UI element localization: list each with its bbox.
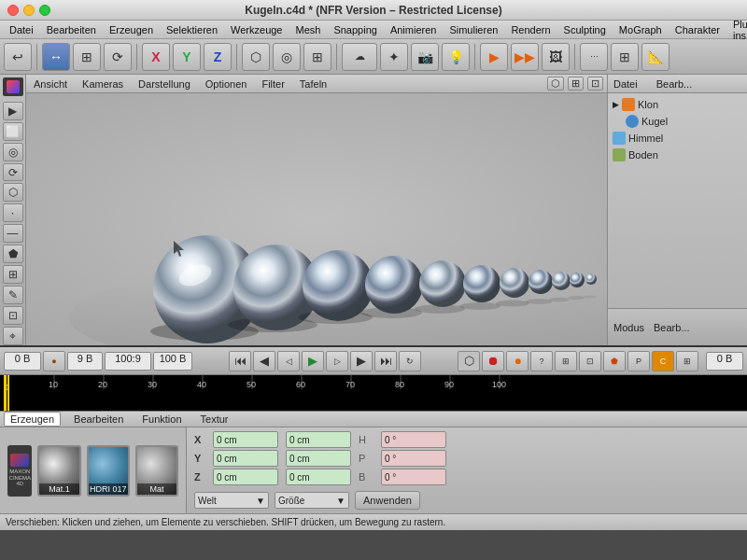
timeline-btn-key2[interactable]: ⊡ [579,351,601,371]
material-thumb-2[interactable]: HDRI 017 [87,445,130,497]
menu-item-werkzeuge[interactable]: Werkzeuge [225,23,288,36]
tool-parent[interactable]: ⊞ [303,43,331,71]
coord-b-field[interactable]: 0 ° [381,469,446,485]
timeline-frame-right[interactable]: 0 B [706,352,743,371]
view-tab-ansicht[interactable]: Ansicht [30,77,71,91]
bottom-tab-textur[interactable]: Textur [195,413,234,426]
timeline-goto-start[interactable]: ⏮ [229,351,251,371]
minimize-button[interactable] [23,5,35,16]
tool-rotate[interactable]: ⟳ [104,43,132,71]
timeline-btn-options[interactable]: ⊞ [676,351,698,371]
view-tab-optionen[interactable]: Optionen [202,77,251,91]
right-tab-bearb[interactable]: Bearb... [656,78,693,90]
view-tab-filter[interactable]: Filter [258,77,288,91]
timeline-btn-pos[interactable]: ⊞ [555,351,577,371]
left-tool-select[interactable]: ▶ [3,102,23,120]
maximize-button[interactable] [39,5,50,16]
timeline-field2[interactable]: 9 B [67,352,103,371]
timeline-btn-key1[interactable]: ⬡ [458,351,480,371]
tool-render3[interactable]: 🖼 [542,43,570,71]
left-tool-polygon[interactable]: ⬡ [3,183,23,202]
right-mode-btn[interactable]: Modus [613,322,644,333]
left-tool-point[interactable]: · [3,203,23,222]
menu-item-erzeugen[interactable]: Erzeugen [104,23,159,36]
tool-scale[interactable]: ⊞ [73,43,101,71]
timeline-field3[interactable]: 100:9 [105,352,151,371]
menu-item-sculpting[interactable]: Sculpting [558,23,612,36]
coord-x-field[interactable]: 0 cm [213,431,278,448]
coord-x2-field[interactable]: 0 cm [286,431,351,448]
timeline-frame-end[interactable]: 100 B [153,352,192,371]
tool-snap[interactable]: ⋯ [580,43,608,71]
coord-y-field[interactable]: 0 cm [213,450,278,467]
timeline-btn-key4[interactable]: C [652,351,674,371]
timeline-next-key[interactable]: ▷ [326,351,348,371]
timeline-prev-frame[interactable]: ◀ [253,351,275,371]
menu-item-simulieren[interactable]: Simulieren [444,23,503,36]
left-tool-snap[interactable]: ⌖ [3,327,23,345]
tool-null[interactable]: ✦ [380,43,408,71]
tool-light[interactable]: 💡 [442,43,470,71]
menu-item-charakter[interactable]: Charakter [669,23,726,36]
timeline-btn-layout[interactable]: P [627,351,650,371]
right-tab-datei[interactable]: Datei [613,78,638,90]
timeline-loop[interactable]: ↻ [399,351,421,371]
coord-size-select[interactable]: Größe ▼ [275,492,349,509]
view-ctrl-3[interactable]: ⊡ [587,77,603,91]
menu-item-datei[interactable]: Datei [4,23,39,36]
timeline-next-frame[interactable]: ▶ [350,351,373,371]
tree-item-klon[interactable]: ▶ Klon [611,96,744,113]
timeline-play[interactable]: ▶ [302,351,324,371]
tool-add[interactable]: ☁ [342,43,377,71]
timeline-btn-q[interactable]: ? [530,351,553,371]
bottom-tab-bearbeiten[interactable]: Bearbeiten [68,413,129,426]
view-ctrl-1[interactable]: ⬡ [547,77,564,91]
coord-world-select[interactable]: Welt ▼ [194,492,269,509]
menu-item-rendern[interactable]: Rendern [505,23,556,36]
tree-item-himmel[interactable]: Himmel [611,130,744,147]
tool-x[interactable]: X [142,43,170,71]
tool-camera[interactable]: 📷 [411,43,439,71]
timeline-btn-auto[interactable]: ⏺ [506,351,529,371]
left-tool-paint[interactable]: ✎ [3,286,23,304]
tool-z[interactable]: Z [204,43,232,71]
tool-world[interactable]: ◎ [273,43,301,71]
left-tool-sculpt[interactable]: ⊡ [3,306,23,325]
close-button[interactable] [7,5,19,16]
left-tool-edge[interactable]: — [3,224,23,243]
menu-item-plugins[interactable]: Plug-ins [727,18,747,42]
timeline-prev-key[interactable]: ◁ [277,351,300,371]
view-tab-darstellung[interactable]: Darstellung [134,77,194,91]
right-edit-btn[interactable]: Bearb... [654,322,690,333]
left-tool-box[interactable]: ⬜ [3,122,23,141]
tool-undo[interactable]: ↩ [4,43,32,71]
tool-y[interactable]: Y [173,43,201,71]
view-tab-tafeln[interactable]: Tafeln [296,77,331,91]
view-ctrl-2[interactable]: ⊞ [568,77,584,91]
menu-item-animieren[interactable]: Animieren [385,23,443,36]
timeline-btn-rec[interactable]: ⏺ [482,351,504,371]
left-tool-face[interactable]: ⬟ [3,245,23,263]
tool-move[interactable]: ↔ [42,43,70,71]
menu-item-bearbeiten[interactable]: Bearbeiten [41,23,102,36]
left-tool-uv[interactable]: ⊞ [3,265,23,284]
tree-item-kugel[interactable]: Kugel [611,113,744,130]
tool-guide[interactable]: 📐 [641,43,669,71]
coord-h-field[interactable]: 0 ° [381,431,446,448]
tool-grid[interactable]: ⊞ [611,43,639,71]
bottom-tab-funktion[interactable]: Funktion [136,413,187,426]
playhead[interactable] [7,375,9,411]
tool-render[interactable]: ▶ [480,43,508,71]
left-tool-lasso[interactable]: ⟳ [3,163,23,182]
coord-z-field[interactable]: 0 cm [213,469,278,485]
timeline-goto-end[interactable]: ⏭ [374,351,397,371]
timeline-frame-start[interactable]: 0 B [4,352,41,371]
tree-item-boden[interactable]: Boden [611,147,744,163]
menu-item-snapping[interactable]: Snapping [328,23,383,36]
timeline-btn-add[interactable]: ● [43,351,65,371]
timeline-ruler[interactable]: 0 10 20 30 40 50 60 70 80 90 100 [0,375,747,411]
material-thumb-1[interactable]: Mat.1 [37,445,80,497]
tool-render2[interactable]: ▶▶ [511,43,539,71]
tool-object[interactable]: ⬡ [242,43,270,71]
timeline-btn-key3[interactable]: ⬟ [603,351,626,371]
